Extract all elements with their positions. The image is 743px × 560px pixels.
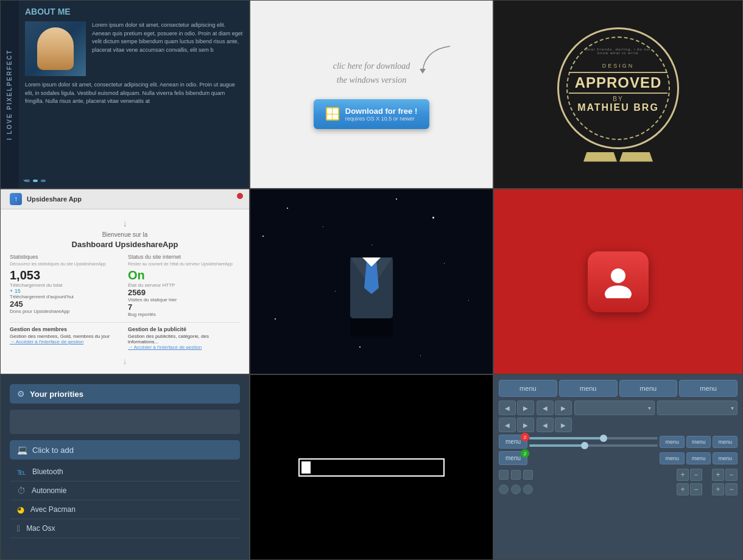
- select-2[interactable]: ▼: [657, 401, 738, 415]
- svg-point-8: [611, 268, 625, 283]
- menu-btn-3[interactable]: menu: [686, 436, 711, 448]
- star-7: [359, 346, 361, 348]
- stat-num-sub: 245: [10, 299, 122, 309]
- controls-row-1: ◀ ▶ ◀ ▶ ▼ ▼: [499, 401, 738, 415]
- arrow-up-indicator: ↓: [10, 218, 240, 229]
- cell-priorities: ⚙ Your priorities 💻 Click to add ℡ Bluet…: [0, 374, 250, 560]
- slider-track-1[interactable]: [529, 437, 658, 439]
- profile-row: Lorem ipsum dolor sit amet, consectetur …: [25, 21, 243, 76]
- star-2: [323, 226, 323, 227]
- stat-sub-2: État du serveur HTTP: [128, 282, 240, 288]
- apple-icon: : [17, 523, 20, 533]
- slider-track-2[interactable]: [529, 444, 658, 447]
- profile-button[interactable]: [588, 251, 649, 312]
- menu-btn-7[interactable]: menu: [686, 452, 711, 464]
- ctrl-group-4: ◀ ▶: [537, 418, 572, 432]
- cell-space: [250, 189, 493, 374]
- slider-thumb-2[interactable]: [581, 442, 588, 449]
- cell-profile: [493, 189, 743, 374]
- chevron-down-icon[interactable]: ⌄: [22, 175, 28, 183]
- plus-btn-4[interactable]: +: [712, 483, 724, 495]
- app-icon: [10, 193, 22, 205]
- bluetooth-label: Bluetooth: [32, 467, 63, 476]
- divider: [10, 322, 240, 323]
- stat-col-right: Status du site internet Restez au couran…: [128, 254, 240, 317]
- list-item-macosx[interactable]:  Mac Osx: [10, 519, 240, 538]
- monitor-icon: 💻: [17, 445, 27, 455]
- app-header: Upsideshare App: [1, 189, 249, 209]
- menu-tab-1[interactable]: menu: [499, 380, 557, 397]
- next-btn-1[interactable]: ▶: [517, 401, 534, 415]
- menu-btn-4[interactable]: menu: [713, 436, 738, 448]
- macosx-label: Mac Osx: [26, 524, 55, 533]
- slider-fill-1: [529, 437, 607, 439]
- checkbox-3[interactable]: [523, 470, 533, 480]
- star-5: [275, 318, 276, 320]
- cell-badge: dear friends, darling, i do not know wha…: [493, 0, 743, 189]
- select-1[interactable]: ▼: [574, 401, 655, 415]
- radio-3[interactable]: [523, 485, 533, 494]
- menu-btn-6[interactable]: menu: [660, 452, 685, 464]
- minus-btn-4[interactable]: −: [725, 483, 738, 495]
- prev-btn-1[interactable]: ◀: [499, 401, 516, 415]
- prev-btn-4[interactable]: ◀: [537, 418, 554, 432]
- plus-btn-1[interactable]: +: [677, 469, 689, 481]
- manage-members-sub: Gestion des membres, Gold, membres du jo…: [10, 334, 122, 339]
- stat-sub2-2: Visites du statique hier: [128, 297, 240, 303]
- slider-thumb-1[interactable]: [600, 435, 607, 442]
- priorities-icon: ⚙: [17, 389, 25, 399]
- menu-btn-2[interactable]: menu: [660, 436, 685, 448]
- slider-fill-2: [529, 444, 587, 447]
- radio-row-1: + − + −: [499, 483, 738, 495]
- priorities-header: ⚙ Your priorities: [10, 384, 240, 404]
- next-btn-2[interactable]: ▶: [555, 401, 572, 415]
- badge-container: dear friends, darling, i do not know wha…: [557, 27, 679, 162]
- menu-btn-5[interactable]: menu: [499, 451, 527, 465]
- list-item-autonomie[interactable]: ⏱ Autonomie: [10, 481, 240, 500]
- checkbox-1[interactable]: [499, 470, 509, 480]
- download-button[interactable]: Download for free ! requires OS X 10.5 o…: [314, 99, 429, 129]
- prev-btn-2[interactable]: ◀: [537, 401, 554, 415]
- menu-btn-1[interactable]: menu: [499, 435, 527, 449]
- stat-sub3-2: Bug reportés: [128, 312, 240, 317]
- windows-icon: [326, 107, 339, 121]
- manage-ads-link[interactable]: → Accéder à l'interface de gestion: [128, 345, 240, 350]
- priorities-title: Your priorities: [30, 390, 83, 399]
- pacman-label: Avec Pacman: [30, 505, 76, 514]
- minus-btn-2[interactable]: −: [725, 469, 738, 481]
- priorities-empty-box: [10, 410, 240, 434]
- menu-tab-3[interactable]: menu: [619, 380, 678, 397]
- manage-ads-sub: Gestion des publicités, catégorie, des i…: [128, 334, 240, 345]
- clock-icon: ⏱: [17, 486, 26, 495]
- manage-members-link[interactable]: → Accéder à l'interface de gestion: [10, 339, 122, 345]
- prev-btn-3[interactable]: ◀: [499, 418, 516, 432]
- main-grid: I LOVE PIXELPERFECT ABOUT ME Lorem ipsum…: [0, 0, 743, 560]
- menu-tab-2[interactable]: menu: [559, 380, 618, 397]
- checkbox-row-1: + − + −: [499, 469, 738, 481]
- video-progress-bar[interactable]: [298, 458, 445, 477]
- checkbox-2[interactable]: [511, 470, 521, 480]
- video-progress-fill: [301, 461, 311, 474]
- radio-1[interactable]: [499, 485, 509, 494]
- menu-tab-4[interactable]: menu: [679, 380, 738, 397]
- radio-2[interactable]: [511, 485, 521, 494]
- about-content: ABOUT ME Lorem ipsum dolor sit amet, con…: [19, 1, 249, 112]
- dashboard-content: ↓ Bienvenue sur la Dashboard Upsideshare…: [1, 209, 249, 356]
- next-btn-4[interactable]: ▶: [555, 418, 572, 432]
- win-icon-tl: [327, 108, 333, 114]
- star-3: [396, 198, 397, 200]
- menu-btn-8[interactable]: menu: [713, 452, 738, 464]
- suit-figure: [341, 227, 402, 337]
- stat-label-2: Status du site internet: [128, 254, 240, 260]
- minus-btn-3[interactable]: −: [690, 483, 702, 495]
- list-item-bluetooth[interactable]: ℡ Bluetooth: [10, 463, 240, 481]
- next-btn-3[interactable]: ▶: [517, 418, 534, 432]
- click-to-add-button[interactable]: 💻 Click to add: [10, 440, 240, 460]
- plus-btn-3[interactable]: +: [677, 483, 689, 495]
- menu-btn-row-2: menu menu menu menu: [499, 451, 738, 465]
- nav-dot-2[interactable]: [33, 180, 38, 182]
- list-item-pacman[interactable]: ◕ Avec Pacman: [10, 500, 240, 519]
- minus-btn-1[interactable]: −: [690, 469, 702, 481]
- nav-dot-3[interactable]: [41, 180, 46, 182]
- plus-btn-2[interactable]: +: [712, 469, 724, 481]
